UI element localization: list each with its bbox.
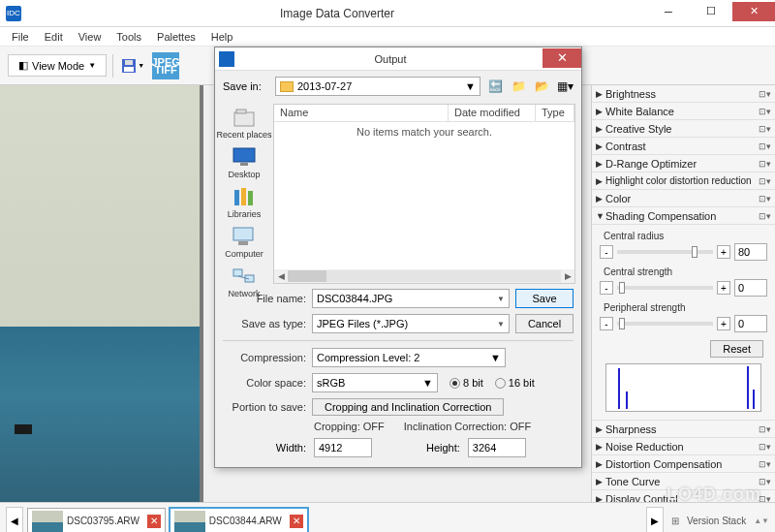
portion-label: Portion to save: [223,401,306,413]
thumb-filename: DSC03844.ARW [209,516,282,526]
maximize-button[interactable]: ☐ [690,2,732,21]
menu-view[interactable]: View [71,29,109,45]
cancel-button[interactable]: Cancel [515,314,574,333]
panel-highlight[interactable]: ▶Highlight color distortion reduction⊡▾ [592,172,775,190]
file-list[interactable]: Name Date modified Type No items match y… [273,104,575,284]
place-libraries[interactable]: Libraries [228,185,262,219]
minimize-button[interactable]: ─ [647,2,690,21]
central-strength-slider[interactable] [617,286,713,290]
panel-noise[interactable]: ▶Noise Reduction⊡▾ [592,438,775,455]
file-list-scrollbar[interactable]: ◀ ▶ [274,269,574,283]
central-radius-plus[interactable]: + [717,245,730,259]
panel-creative-style[interactable]: ▶Creative Style⊡▾ [592,120,775,138]
svg-rect-9 [248,191,253,205]
adjustments-panel: ▶Brightness⊡▾ ▶White Balance⊡▾ ▶Creative… [591,85,775,502]
panel-sharpness[interactable]: ▶Sharpness⊡▾ [592,421,775,438]
thumb-image [174,511,205,532]
panel-distortion[interactable]: ▶Distortion Compensation⊡▾ [592,455,775,473]
col-type[interactable]: Type [536,105,574,121]
panel-display-control[interactable]: ▶Display Control⊡▾ [592,490,775,502]
place-recent[interactable]: Recent places [216,106,271,140]
view-mode-button[interactable]: ◧ View Mode ▼ [8,54,107,77]
save-icon-button[interactable]: ▼ [119,52,146,79]
save-in-label: Save in: [223,80,269,92]
central-strength-input[interactable] [734,279,767,297]
central-strength-plus[interactable]: + [717,281,730,295]
reset-button[interactable]: Reset [710,340,763,358]
menu-edit[interactable]: Edit [37,29,71,45]
up-folder-icon[interactable]: 📁 [510,78,527,95]
desktop-icon [231,145,258,169]
dialog-titlebar: Output ✕ [215,47,581,71]
thumb-next-button[interactable]: ▶ [646,507,664,533]
dialog-title: Output [238,53,542,65]
libraries-icon [231,185,258,208]
svg-rect-5 [233,148,255,162]
peripheral-strength-minus[interactable]: - [600,317,613,330]
dialog-close-button[interactable]: ✕ [542,48,581,68]
peripheral-strength-input[interactable] [734,315,767,332]
floppy-icon [121,58,137,74]
save-in-value: 2013-07-27 [297,80,461,92]
peripheral-strength-plus[interactable]: + [717,317,730,330]
view-mode-label: View Mode [32,60,84,72]
thumb-filename: DSC03795.ARW [67,516,140,526]
panel-color[interactable]: ▶Color⊡▾ [592,190,775,207]
save-in-combo[interactable]: 2013-07-27 ▼ [275,77,480,96]
saveas-combo[interactable]: JPEG Files (*.JPG)▼ [312,314,510,333]
central-radius-minus[interactable]: - [600,245,613,259]
thumb-prev-button[interactable]: ◀ [6,507,23,533]
image-preview[interactable] [0,85,203,502]
panel-drange[interactable]: ▶D-Range Optimizer⊡▾ [592,155,775,172]
filename-input[interactable]: DSC03844.JPG▼ [312,289,510,308]
menu-file[interactable]: File [4,29,37,45]
compression-combo[interactable]: Compression Level: 2▼ [312,348,506,367]
place-desktop[interactable]: Desktop [228,145,260,179]
central-radius-slider[interactable] [617,250,713,254]
colorspace-combo[interactable]: sRGB▼ [312,373,438,392]
crop-correction-button[interactable]: Cropping and Inclination Correction [312,398,504,416]
view-menu-icon[interactable]: ▦▾ [556,78,574,95]
width-label: Width: [223,442,306,454]
filename-label: File name: [223,293,306,304]
width-input[interactable]: 4912 [314,438,372,457]
chevron-down-icon: ▼ [465,80,476,92]
back-icon[interactable]: 🔙 [486,78,504,95]
panel-brightness[interactable]: ▶Brightness⊡▾ [592,85,775,103]
close-button[interactable]: ✕ [732,2,775,21]
col-date[interactable]: Date modified [449,105,536,121]
inclination-status: Inclination Correction: OFF [404,421,531,432]
radio-16bit[interactable]: 16 bit [495,377,535,389]
menu-palettes[interactable]: Palettes [149,29,203,45]
thumb-close-icon[interactable]: ✕ [147,515,161,528]
new-folder-icon[interactable]: 📂 [533,78,550,95]
panel-white-balance[interactable]: ▶White Balance⊡▾ [592,103,775,120]
panel-tone-curve[interactable]: ▶Tone Curve⊡▾ [592,473,775,490]
menu-tools[interactable]: Tools [108,29,149,45]
place-computer[interactable]: Computer [225,225,264,259]
thumbnail-1[interactable]: DSC03795.ARW ✕ [27,508,166,533]
menu-help[interactable]: Help [203,29,241,45]
saveas-label: Save as type: [223,318,306,329]
radio-8bit[interactable]: 8 bit [450,377,483,389]
central-radius-label: Central radius [604,231,767,241]
thumbnail-2[interactable]: DSC03844.ARW ✕ [170,508,308,533]
places-bar: Recent places Desktop Libraries Computer… [215,102,273,286]
peripheral-strength-slider[interactable] [617,322,713,326]
empty-message: No items match your search. [274,122,574,141]
panel-contrast[interactable]: ▶Contrast⊡▾ [592,138,775,155]
svg-rect-1 [124,67,134,72]
height-label: Height: [426,442,460,454]
central-strength-minus[interactable]: - [600,281,613,295]
svg-rect-8 [241,188,246,205]
save-button[interactable]: Save [515,289,574,308]
height-input[interactable]: 3264 [468,438,526,457]
thumb-close-icon[interactable]: ✕ [290,515,303,528]
thumb-image [32,511,63,532]
central-radius-input[interactable] [734,243,767,261]
cropping-status: Cropping: OFF [314,421,385,432]
panel-shading[interactable]: ▼Shading Compensation⊡▾ [592,207,775,225]
col-name[interactable]: Name [274,105,449,121]
version-stack-label[interactable]: Version Stack [687,516,746,526]
jpeg-tiff-button[interactable]: JPEGTIFF [152,52,179,79]
